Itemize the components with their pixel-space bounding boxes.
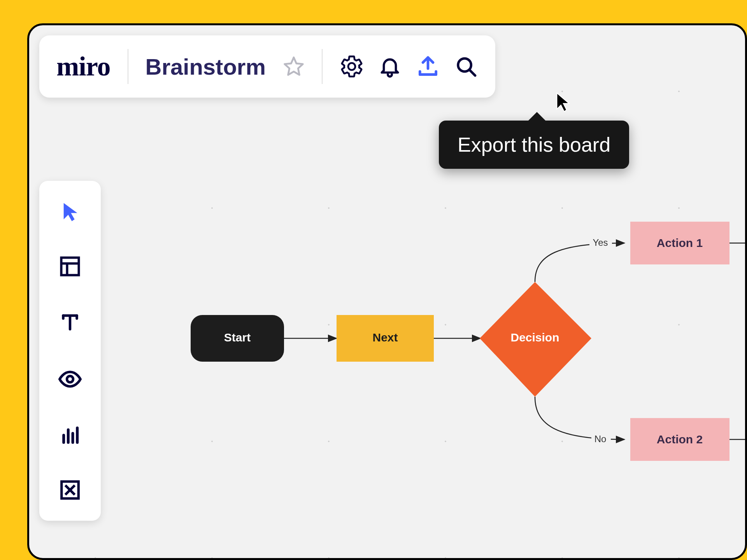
svg-point-13	[67, 376, 73, 382]
flow-node-decision-label: Decision	[510, 331, 559, 344]
export-icon	[416, 54, 440, 79]
flow-node-next[interactable]: Next	[337, 315, 434, 362]
flow-edge-no[interactable]	[535, 397, 624, 439]
flow-node-start-label: Start	[224, 331, 251, 344]
settings-button[interactable]	[340, 54, 364, 79]
text-icon	[58, 311, 82, 334]
export-button[interactable]	[416, 54, 440, 79]
tool-view[interactable]	[58, 367, 82, 392]
flow-node-decision[interactable]: Decision	[480, 282, 591, 397]
bell-icon	[378, 54, 402, 79]
svg-line-9	[470, 70, 475, 75]
flowchart-canvas[interactable]: Start Next Decision Yes Action 1 No	[29, 25, 745, 558]
tool-chart[interactable]	[59, 424, 81, 446]
divider	[322, 49, 323, 84]
flow-edge-yes-label: Yes	[593, 237, 608, 248]
star-button[interactable]	[283, 56, 305, 77]
app-logo[interactable]: miro	[56, 51, 110, 82]
tool-delete[interactable]	[59, 479, 81, 501]
star-icon	[283, 56, 305, 77]
flow-node-action1[interactable]: Action 1	[630, 222, 729, 264]
eye-icon	[58, 367, 82, 392]
gear-icon	[340, 54, 364, 79]
flow-node-action1-label: Action 1	[657, 236, 703, 249]
svg-rect-10	[61, 258, 79, 275]
bar-chart-icon	[59, 424, 81, 446]
flow-node-start[interactable]: Start	[191, 315, 284, 362]
side-toolbar	[39, 181, 101, 521]
search-icon	[454, 54, 478, 79]
divider	[128, 49, 128, 84]
tool-template[interactable]	[58, 255, 82, 278]
flow-edge-yes[interactable]	[535, 243, 624, 282]
export-tooltip: Export this board	[439, 121, 629, 169]
template-icon	[58, 255, 82, 278]
flow-node-action2[interactable]: Action 2	[630, 418, 729, 461]
notifications-button[interactable]	[378, 54, 402, 79]
cursor-select-icon	[59, 200, 81, 222]
x-box-icon	[59, 479, 81, 501]
search-button[interactable]	[454, 54, 478, 79]
board-title[interactable]: Brainstorm	[146, 54, 266, 80]
flow-node-next-label: Next	[372, 331, 398, 344]
top-toolbar: miro Brainstorm	[39, 35, 495, 98]
flow-node-action2-label: Action 2	[657, 433, 703, 446]
tool-text[interactable]	[58, 311, 82, 334]
flow-edge-no-label: No	[594, 434, 607, 444]
app-frame: Start Next Decision Yes Action 1 No	[27, 23, 747, 560]
tool-select[interactable]	[59, 200, 81, 222]
